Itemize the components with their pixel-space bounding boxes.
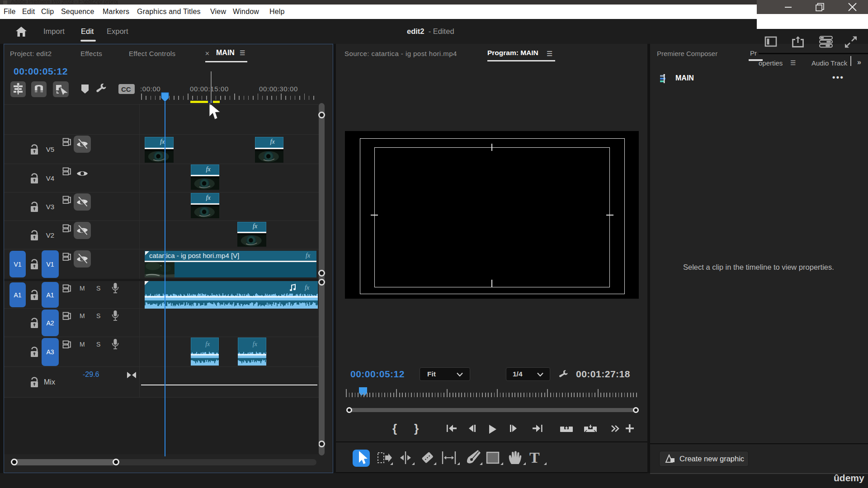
svg-text:{: { — [392, 422, 397, 435]
svg-text:}: } — [414, 422, 419, 435]
svg-text:T: T — [529, 449, 540, 466]
svg-text:CC: CC — [121, 85, 131, 93]
